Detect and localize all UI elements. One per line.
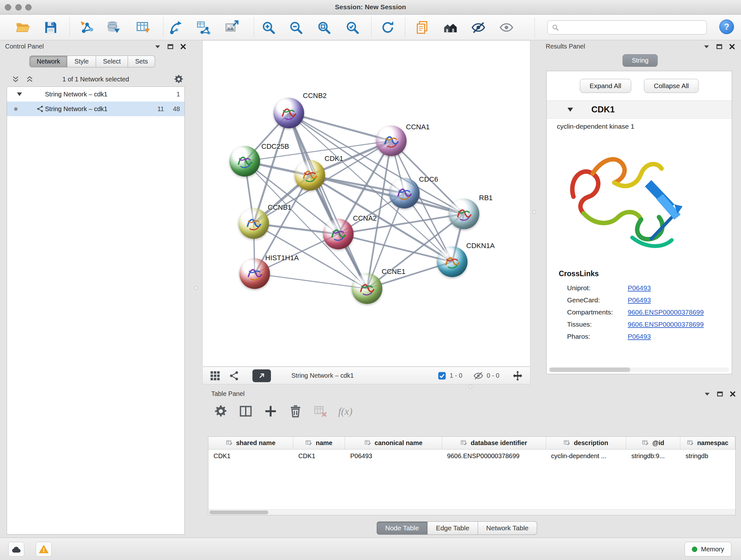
tab-select[interactable]: Select — [96, 56, 128, 67]
toolbar-separator — [254, 17, 254, 38]
search-input[interactable] — [562, 24, 703, 31]
network-node-cdc25b[interactable] — [229, 146, 260, 177]
collapse-all-button[interactable]: Collapse All — [644, 79, 699, 93]
network-node-cdkn1a[interactable] — [437, 246, 468, 277]
column-header--id[interactable]: @id — [626, 437, 680, 449]
new-network-button[interactable] — [169, 20, 184, 35]
network-node-ccna1[interactable] — [376, 125, 407, 156]
export-image-button[interactable] — [225, 20, 239, 35]
vertical-splitter-handle[interactable] — [532, 210, 536, 214]
float-panel-icon[interactable] — [167, 44, 174, 50]
crosslink-link[interactable]: P06493 — [628, 333, 651, 340]
column-header-namespac[interactable]: namespac — [680, 437, 735, 449]
birds-eye-view-icon[interactable] — [229, 370, 240, 381]
export-network-button[interactable] — [253, 369, 271, 382]
tab-network[interactable]: Network — [29, 56, 67, 67]
results-horizontal-scrollbar[interactable] — [549, 368, 729, 372]
zoom-fit-button[interactable] — [317, 20, 331, 35]
close-panel-icon[interactable] — [729, 44, 735, 50]
import-table-from-file-button[interactable] — [136, 20, 150, 35]
crosslink-link[interactable]: P06493 — [628, 296, 651, 304]
grid-view-icon[interactable] — [210, 370, 220, 381]
warnings-button[interactable] — [36, 542, 52, 557]
protein-section-header[interactable]: CDK1 — [547, 101, 732, 119]
crosslink-row: Uniprot:P06493 — [547, 282, 732, 294]
column-header-description[interactable]: description — [546, 437, 626, 449]
table-horizontal-scrollbar[interactable] — [208, 509, 735, 515]
network-node-ccne1[interactable] — [352, 273, 382, 304]
edge-count: 48 — [173, 105, 180, 113]
expand-all-button[interactable]: Expand All — [580, 79, 631, 93]
close-panel-icon[interactable] — [730, 391, 736, 397]
hidden-eye-slash-icon[interactable] — [473, 371, 483, 381]
protein-structure-glyph — [235, 152, 254, 171]
panel-menu-arrow-icon[interactable] — [154, 44, 161, 50]
panel-menu-arrow-icon[interactable] — [703, 44, 710, 50]
section-collapse-arrow-icon[interactable] — [567, 107, 574, 112]
close-panel-icon[interactable] — [180, 44, 186, 50]
memory-button[interactable]: Memory — [684, 542, 731, 557]
zoom-out-button[interactable] — [288, 20, 303, 35]
network-node-cdk1[interactable] — [294, 160, 325, 191]
open-session-button[interactable] — [15, 20, 30, 35]
crosslink-link[interactable]: 9606.ENSP00000378699 — [628, 308, 704, 316]
tab-sets[interactable]: Sets — [128, 56, 155, 67]
tree-expand-icon[interactable] — [17, 92, 22, 97]
cloud-status-button[interactable] — [8, 542, 24, 557]
horizontal-splitter-handle[interactable] — [468, 385, 472, 388]
crosslink-row: Tissues:9606.ENSP00000378699 — [547, 318, 732, 330]
refresh-view-button[interactable] — [381, 20, 395, 35]
save-session-button[interactable] — [44, 20, 58, 35]
tab-edge-table[interactable]: Edge Table — [428, 521, 478, 535]
network-edge[interactable] — [255, 273, 367, 289]
hide-annotations-button[interactable] — [471, 20, 486, 35]
network-collection-row[interactable]: String Network – cdk1 1 — [7, 87, 185, 102]
table-row[interactable]: CDK1CDK1P064939606.ENSP00000378699cyclin… — [208, 449, 735, 462]
network-row[interactable]: String Network – cdk1 11 48 — [7, 102, 185, 116]
column-header-database-identifier[interactable]: database identifier — [442, 437, 546, 449]
network-node-ccna2[interactable] — [323, 219, 354, 249]
network-canvas[interactable]: CCNB2CCNA1CDC25BCDK1CDC6RB1CCNB1CCNA2CDK… — [202, 40, 530, 367]
column-header-canonical-name[interactable]: canonical name — [345, 437, 442, 449]
column-header-shared-name[interactable]: shared name — [208, 437, 293, 449]
clone-network-button[interactable] — [415, 20, 429, 35]
network-node-ccnb2[interactable] — [273, 98, 304, 128]
tab-network-table[interactable]: Network Table — [478, 521, 537, 535]
function-builder-button[interactable]: f(x) — [338, 406, 352, 417]
tab-string[interactable]: String — [623, 54, 658, 67]
zoom-in-button[interactable] — [261, 20, 276, 35]
panel-menu-arrow-icon[interactable] — [704, 391, 711, 397]
network-node-rb1[interactable] — [449, 199, 479, 229]
table-options-gear-icon[interactable] — [214, 404, 228, 418]
network-node-ccnb1[interactable] — [239, 208, 269, 239]
float-panel-icon[interactable] — [717, 391, 723, 397]
show-all-networks-button[interactable] — [443, 20, 458, 35]
tab-style[interactable]: Style — [67, 56, 96, 67]
help-button[interactable]: ? — [719, 19, 734, 34]
titlebar: Session: New Session — [0, 0, 741, 15]
float-panel-icon[interactable] — [716, 44, 723, 50]
network-options-gear-icon[interactable] — [174, 74, 184, 84]
import-network-from-database-button[interactable] — [106, 20, 121, 35]
table-cell: CDK1 — [293, 449, 345, 462]
network-node-cdc6[interactable] — [389, 178, 420, 208]
column-header-name[interactable]: name — [293, 437, 345, 449]
add-column-icon[interactable] — [264, 404, 278, 418]
delete-column-icon[interactable] — [288, 404, 302, 418]
crosslink-row: GeneCard:P06493 — [547, 294, 732, 306]
import-network-from-file-button[interactable] — [79, 20, 94, 35]
show-columns-icon[interactable] — [239, 404, 253, 418]
vertical-splitter-handle[interactable] — [194, 286, 198, 290]
show-graphics-details-button[interactable] — [499, 20, 514, 35]
crosslink-link[interactable]: 9606.ENSP00000378699 — [628, 320, 704, 328]
pan-move-icon[interactable] — [512, 370, 523, 381]
tab-node-table[interactable]: Node Table — [377, 521, 428, 535]
new-network-from-selection-button[interactable] — [196, 20, 211, 35]
import-table-icon — [136, 20, 150, 35]
network-node-hist1h1a[interactable] — [239, 258, 270, 289]
zoom-selected-button[interactable] — [345, 20, 360, 35]
crosslink-link[interactable]: P06493 — [628, 284, 651, 292]
network-edge[interactable] — [289, 113, 367, 289]
selected-nodes-checkbox-icon[interactable] — [437, 371, 447, 380]
protein-structure-glyph — [279, 104, 298, 123]
